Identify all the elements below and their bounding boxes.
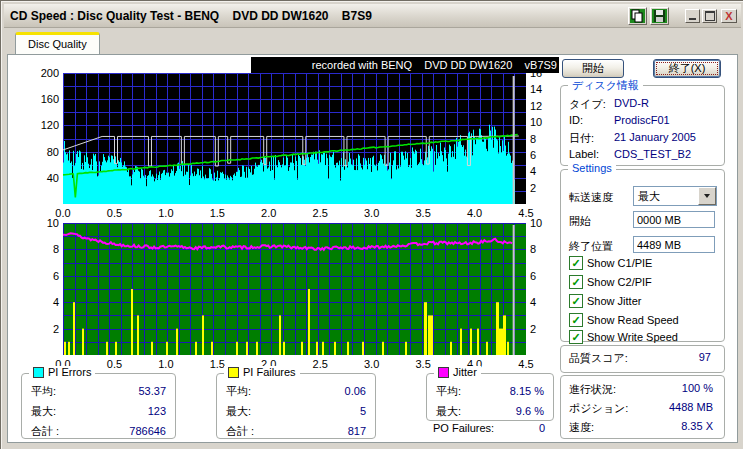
stat-row: 合計 :786646 <box>22 421 175 441</box>
checkbox-box: ✓ <box>569 275 583 289</box>
disc-type-value: DVD-R <box>614 97 649 109</box>
disc-type-label: タイプ: <box>569 97 606 112</box>
combo-dropdown-button[interactable] <box>698 187 716 205</box>
checkbox-show-c1-pie[interactable]: ✓ Show C1/PIE <box>569 256 652 270</box>
progress-value: 100 % <box>621 382 713 394</box>
pi-errors-speed-chart <box>63 73 526 204</box>
transfer-speed-value: 最大 <box>634 189 698 204</box>
axis-tick-label: 3.5 <box>408 207 438 219</box>
copy-icon[interactable] <box>628 7 647 25</box>
axis-tick-label: 2.5 <box>305 358 335 370</box>
axis-tick-label: 3.0 <box>357 207 387 219</box>
stat-row: 平均:0.06 <box>217 381 375 401</box>
transfer-speed-select[interactable]: 最大 <box>633 186 717 206</box>
axis-tick-label: 8 <box>530 133 554 145</box>
quality-score-label: 品質スコア: <box>569 351 628 366</box>
checkbox-show-write-speed[interactable]: ✓ Show Write Speed <box>569 330 678 344</box>
stat-row: 合計 :817 <box>217 421 375 441</box>
po-failures-row: PO Failures: 0 <box>433 422 545 434</box>
axis-tick-label: 10 <box>27 217 59 229</box>
position-label: ポジション: <box>569 401 628 416</box>
axis-tick-label: 1.0 <box>151 358 181 370</box>
po-failures-label: PO Failures: <box>433 422 494 434</box>
minimize-icon <box>689 18 696 20</box>
stat-row: 平均:8.15 % <box>427 381 553 401</box>
stat-row: 最大:123 <box>22 401 175 421</box>
titlebar-buttons: X <box>625 6 737 25</box>
axis-tick-label: 40 <box>27 172 59 184</box>
position-value: 4488 MB <box>621 401 713 413</box>
quality-score-value: 97 <box>641 351 711 363</box>
axis-tick-label: 1.0 <box>151 207 181 219</box>
axis-tick-label: 2 <box>27 323 59 335</box>
axis-tick-label: 2.5 <box>305 207 335 219</box>
axis-tick-label: 4.0 <box>460 207 490 219</box>
start-button[interactable]: 開始 <box>562 59 624 78</box>
axis-tick-label: 2 <box>530 182 554 194</box>
stat-row: 最大:5 <box>217 401 375 421</box>
pi-errors-legend-title: PI Errors <box>48 366 91 378</box>
checkbox-box: ✓ <box>569 294 583 308</box>
axis-tick-label: 4 <box>27 296 59 308</box>
checkbox-box: ✓ <box>569 330 583 344</box>
jitter-stats-box: Jitter 平均:8.15 % 最大:9.6 % <box>426 373 554 421</box>
save-icon-glyph <box>652 9 667 23</box>
axis-tick-label: 80 <box>27 146 59 158</box>
axis-tick-label: 2.0 <box>254 207 284 219</box>
close-icon: X <box>725 11 732 21</box>
checkbox-show-jitter[interactable]: ✓ Show Jitter <box>569 294 641 308</box>
minimize-button[interactable] <box>685 9 700 23</box>
app-window: CD Speed : Disc Quality Test - BENQ DVD … <box>0 0 743 449</box>
start-position-input[interactable] <box>633 211 715 228</box>
chevron-down-icon <box>704 194 710 198</box>
axis-tick-label: 120 <box>27 119 59 131</box>
disc-info-title: ディスク情報 <box>568 78 643 93</box>
jitter-swatch-icon <box>438 367 449 378</box>
pi-failures-jitter-chart <box>63 223 526 355</box>
pi-errors-swatch-icon <box>33 367 44 378</box>
titlebar[interactable]: CD Speed : Disc Quality Test - BENQ DVD … <box>4 4 741 28</box>
checkmark-icon: ✓ <box>571 277 580 287</box>
exit-button[interactable]: 終了(X) <box>653 59 721 78</box>
axis-tick-label: 0.5 <box>99 207 129 219</box>
end-position-input[interactable] <box>633 236 715 253</box>
axis-tick-label: 4 <box>530 165 554 177</box>
axis-tick-label: 10 <box>530 217 554 229</box>
disc-date-value: 21 January 2005 <box>614 131 696 143</box>
axis-tick-label: 2 <box>530 323 554 335</box>
speed-value: 8.35 X <box>621 420 713 432</box>
pi-failures-swatch-icon <box>228 367 239 378</box>
maximize-button[interactable] <box>702 9 717 23</box>
axis-tick-label: 12 <box>530 100 554 112</box>
axis-tick-label: 10 <box>530 116 554 128</box>
save-icon[interactable] <box>650 7 669 25</box>
axis-tick-label: 160 <box>27 93 59 105</box>
checkbox-show-c2-pif[interactable]: ✓ Show C2/PIF <box>569 275 652 289</box>
tab-disc-quality[interactable]: Disc Quality <box>15 32 100 54</box>
maximize-icon <box>705 11 715 21</box>
progress-label: 進行状況: <box>569 382 616 397</box>
checkmark-icon: ✓ <box>571 332 580 342</box>
axis-tick-label: 3.0 <box>357 358 387 370</box>
stat-row: 平均:53.37 <box>22 381 175 401</box>
axis-tick-label: 14 <box>530 83 554 95</box>
chart-recorded-with-label: recorded with BENQ DVD DD DW1620 vB7S9 <box>251 57 559 73</box>
copy-icon-glyph <box>630 9 645 23</box>
jitter-legend-title: Jitter <box>453 366 477 378</box>
axis-tick-label: 0.5 <box>99 358 129 370</box>
checkbox-show-read-speed[interactable]: ✓ Show Read Speed <box>569 313 679 327</box>
transfer-speed-label: 転送速度 <box>569 190 613 205</box>
axis-tick-label: 8 <box>530 243 554 255</box>
disc-label-label: Label: <box>569 148 599 160</box>
disc-date-label: 日付: <box>569 131 594 146</box>
stat-row: 最大:9.6 % <box>427 401 553 421</box>
axis-tick-label: 4 <box>530 296 554 308</box>
checkmark-icon: ✓ <box>571 296 580 306</box>
start-position-label: 開始 <box>569 214 591 229</box>
close-button[interactable]: X <box>721 9 737 23</box>
axis-tick-label: 16 <box>530 67 554 79</box>
settings-title: Settings <box>568 162 616 174</box>
axis-tick-label: 6 <box>530 270 554 282</box>
axis-tick-label: 8 <box>27 243 59 255</box>
disc-label-value: CDS_TEST_B2 <box>614 148 691 160</box>
